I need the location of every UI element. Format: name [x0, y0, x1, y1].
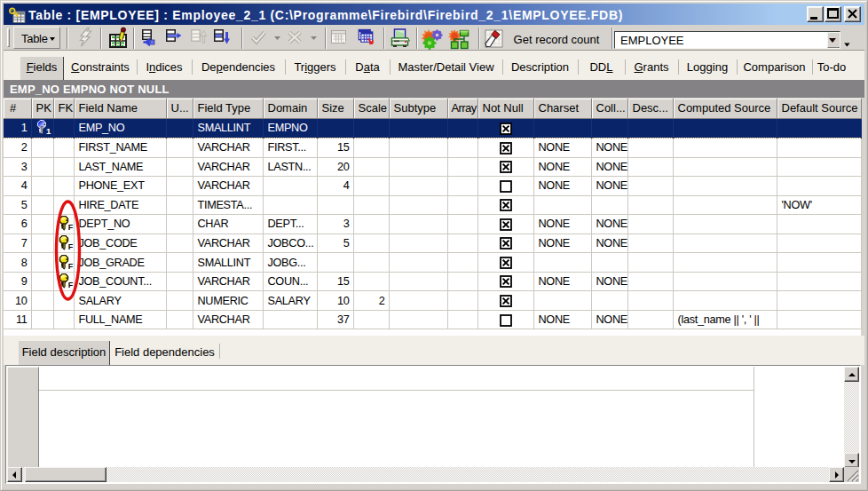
svg-text:1: 1: [46, 126, 51, 136]
